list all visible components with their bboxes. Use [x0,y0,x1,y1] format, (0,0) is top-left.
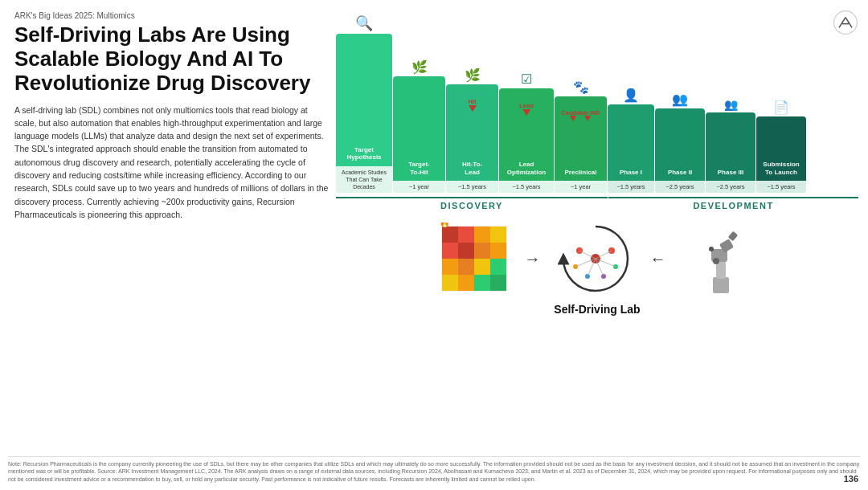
phase-preclinical: 🐾 Candidate IND Preclinical ~1 year [555,80,607,193]
svg-rect-17 [442,275,458,291]
section-labels: DISCOVERY DEVELOPMENT [336,197,858,210]
phase-time: ~1.5 years [499,181,554,193]
development-label: DEVELOPMENT [608,197,858,210]
phase-3: 👥 Phase III ~2.5 years [706,98,755,193]
svg-rect-20 [490,275,506,291]
phase-label: SubmissionTo Launch [763,161,799,176]
ark-label: ARK's Big Ideas 2025: Multiomics [14,11,332,20]
svg-rect-9 [442,243,458,259]
svg-rect-12 [490,243,506,259]
svg-point-40 [713,258,719,264]
phase-label: Preclinical [564,169,596,177]
svg-rect-35 [713,277,729,293]
phase-time: ~2.5 years [655,181,705,193]
svg-rect-39 [727,231,738,241]
candidate-ind-milestone: Candidate IND [562,110,600,121]
phase-time: Academic StudiesThat Can TakeDecades [336,166,392,193]
svg-rect-19 [474,275,490,291]
heatmap-illustration: 🔥 [438,223,510,295]
phase-label: Phase I [620,169,642,176]
svg-rect-13 [442,259,458,275]
svg-rect-16 [490,259,506,275]
svg-rect-10 [458,243,474,259]
phase-target-hypothesis: 🔍 TargetHypothesis Academic StudiesThat … [336,14,392,193]
phase-label: Hit-To-Lead [462,161,482,176]
phase-time: ~2.5 years [706,181,755,193]
phase-time: ~1.5 years [446,181,498,193]
phase-label: TargetHypothesis [345,146,383,161]
body-text: A self-driving lab (SDL) combines not on… [14,104,332,221]
cycle-illustration [555,218,636,299]
phase-time: ~1 year [393,181,445,193]
discovery-label: DISCOVERY [336,197,608,210]
footer-note: Note: Recursion Pharmaceuticals is the c… [8,456,860,484]
page-number: 136 [844,474,858,484]
phase-time: ~1.5 years [608,181,654,193]
svg-rect-15 [474,259,490,275]
svg-rect-14 [458,259,474,275]
phase-label: LeadOptimization [507,161,546,176]
svg-rect-5 [442,227,458,243]
phase-label: Target-To-Hit [408,161,430,176]
arrow-left: ← [650,250,666,268]
svg-rect-11 [474,243,490,259]
svg-rect-8 [490,227,506,243]
phase-lead-optimization: ☑ Lead LeadOptimization ~1.5 years [499,71,554,193]
illustration-row: 🔥 → [438,218,757,299]
hit-milestone: Hit [469,98,477,112]
arrow-right-1: → [525,250,541,268]
phase-label: Phase III [718,169,743,176]
sdl-label: Self-Driving Lab [554,303,640,316]
main-title: Self-Driving Labs Are Using Scalable Bio… [14,23,332,96]
robot-illustration [681,221,757,297]
svg-rect-18 [458,275,474,291]
phase-time: ~1.5 years [756,181,806,193]
phase-label: Phase II [668,169,692,176]
phase-2: 👥 Phase II ~2.5 years [655,92,705,193]
svg-text:🔥: 🔥 [440,223,450,228]
phase-hit-to-lead: 🌿 Hit Hit-To-Lead ~1.5 years [446,67,498,193]
left-panel: ARK's Big Ideas 2025: Multiomics Self-Dr… [14,11,332,227]
phase-time: ~1 year [555,181,607,193]
svg-point-41 [709,247,714,251]
diagram-area: 🔍 TargetHypothesis Academic StudiesThat … [336,8,858,316]
phase-submission: 📄 SubmissionTo Launch ~1.5 years [756,100,806,193]
phase-1: 👤 Phase I ~1.5 years [608,88,654,193]
lead-milestone: Lead [519,102,534,116]
svg-rect-6 [458,227,474,243]
illustrations-area: 🔥 → [336,218,858,316]
phase-target-to-hit: 🌿 Target-To-Hit ~1 year [393,59,445,193]
page: ARK's Big Ideas 2025: Multiomics Self-Dr… [0,0,868,490]
svg-rect-7 [474,227,490,243]
